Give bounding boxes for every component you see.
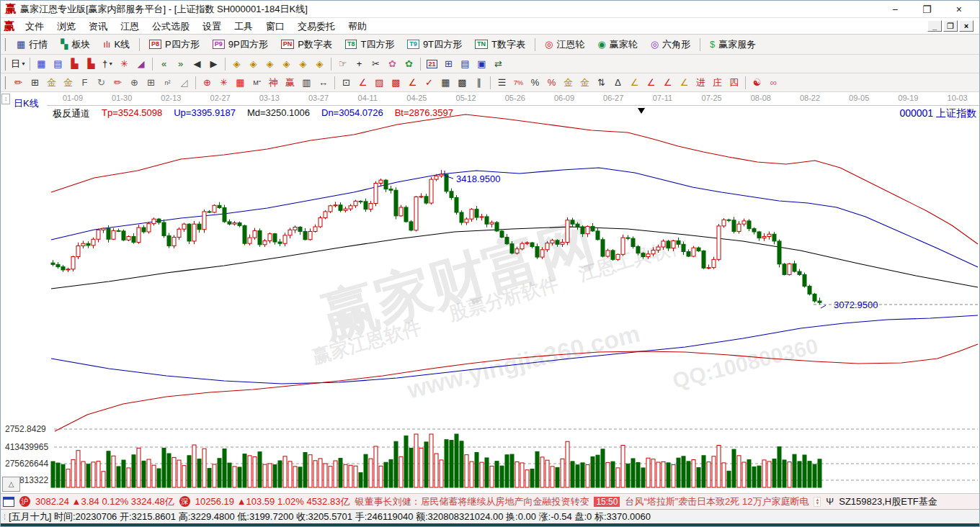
menu-文件[interactable]: 文件 [19,19,50,33]
scissors-tool-icon[interactable]: ✂ [368,56,384,71]
gann-shape-icon[interactable]: ◿ [176,75,192,90]
toolbar-p-number-table-button[interactable]: PNP数字表 [275,36,339,53]
menu-帮助[interactable]: 帮助 [342,19,373,33]
price-ladder-icon[interactable]: ☰ [494,75,510,90]
grid-box-a-icon[interactable]: ▦ [437,75,454,90]
percent-red-icon[interactable]: % [543,75,560,90]
toolbar-sectors-button[interactable]: ▚板块 [54,36,97,53]
yinyang-icon[interactable]: ☯ [749,75,765,90]
kline-period-icon[interactable]: 日▼ [10,56,27,71]
minute-chart-9-icon[interactable]: ▙ [83,56,99,71]
angle-si-icon[interactable]: 四 [726,75,742,90]
spiderweb-icon[interactable]: ✳ [215,75,232,90]
web-tool-green-icon[interactable]: ✿ [401,56,417,71]
ruler-tool-icon[interactable]: ▥ [298,75,315,90]
toolbar-grip[interactable] [4,58,7,71]
menu-浏览[interactable]: 浏览 [50,19,82,33]
crosshair-tool-icon[interactable]: + [351,56,368,71]
child-minimize-icon[interactable]: _ [927,20,942,32]
toolbar-t-number-table-button[interactable]: TNT数字表 [468,36,532,53]
toolbar-winner-wheel-button[interactable]: ◉赢家轮 [591,36,643,53]
toolbar-9t-square-button[interactable]: T99T四方形 [401,36,468,53]
check-line-icon[interactable]: ✓ [421,75,437,90]
diamond-left-icon[interactable]: ◈ [228,56,245,71]
span-measure-icon[interactable]: ↔ [315,75,331,90]
diamond-expand-icon[interactable]: ◈ [311,56,328,71]
angle-l-icon[interactable]: ∠ [643,75,659,90]
percent-plain-icon[interactable]: % [527,75,543,90]
menu-江恩[interactable]: 江恩 [114,19,146,33]
export-icon[interactable]: ⇄ [490,56,507,71]
quote-sheet-icon[interactable]: ▤ [50,56,66,71]
grid-box-b-icon[interactable]: ▩ [454,75,471,90]
menu-设置[interactable]: 设置 [196,19,228,33]
candle-style-icon[interactable]: †▼ [99,56,116,71]
toolbar-gann-wheel-button[interactable]: ◎江恩轮 [538,36,591,53]
angle-gold-b-icon[interactable]: ∠ [676,75,692,90]
news-headline-2[interactable]: 台风“塔拉斯”袭击日本致2死 12万户家庭断电 [625,495,808,508]
toolbar-t-square-button[interactable]: T8T四方形 [339,36,401,53]
toolbar-grip[interactable] [4,76,7,89]
menu-公式选股[interactable]: 公式选股 [146,19,196,33]
pattern-tool-icon[interactable]: ✳ [116,56,133,71]
stock-broadcast-message[interactable]: SZ159823,H股ETF基金 [839,495,937,508]
gold-grid-a-icon[interactable]: 金 [43,75,60,90]
exchange-tool-icon[interactable]: ⇅ [593,75,610,90]
toolbar-winner-service-button[interactable]: $赢家服务 [703,36,762,53]
angle-zhuang-icon[interactable]: 庄 [709,75,726,90]
toolbar-quotes-button[interactable]: ▦行情 [10,36,54,53]
box-tool-icon[interactable]: ⊡ [338,75,355,90]
calculator-icon[interactable]: ⊞ [440,56,457,71]
nav-first-icon[interactable]: « [156,56,172,71]
ying-tool-icon[interactable]: 赢 [282,75,298,90]
parallel-lines-icon[interactable]: ∥ [471,75,487,90]
close-icon[interactable]: × [956,4,962,15]
news-headline-1[interactable]: 银董事长刘健：居民储蓄将继续从房地产向金融投资转变 [355,495,589,508]
menu-资讯[interactable]: 资讯 [82,19,114,33]
diamond-cross-icon[interactable]: ◈ [278,56,295,71]
nav-last-icon[interactable]: » [172,56,189,71]
quote-table-icon[interactable] [3,497,14,507]
fan-grid-icon[interactable]: ▩ [388,75,404,90]
fan-tool-icon[interactable]: ∠ [355,75,371,90]
angle-line-icon[interactable]: ∠ [404,75,421,90]
f-grid-icon[interactable]: F [76,75,93,90]
angle-f-icon[interactable]: ∠ [659,75,676,90]
diamond-horizontal-icon[interactable]: ◈ [262,56,278,71]
grid-tool-icon[interactable]: ⊞ [27,75,43,90]
angle-gold-a-icon[interactable]: ∠ [626,75,643,90]
hatch-grid-icon[interactable]: ⊞ [143,75,159,90]
pen-tool-icon[interactable]: ✏ [10,75,27,90]
color-trend-icon[interactable]: ◢ [133,56,149,71]
panel-expand-button[interactable]: △ [2,477,20,492]
toolbar-kline-button[interactable]: ılıK线 [97,36,136,53]
diamond-vertical-icon[interactable]: ◈ [295,56,311,71]
square-web-icon[interactable]: ▦ [232,75,249,90]
hand-tool-icon[interactable]: ☞ [334,56,351,71]
shenzhen-index-quote[interactable]: 10256.19 ▲103.59 1.02% 4532.83亿 [195,495,350,508]
gold-grid-b-icon[interactable]: 金 [60,75,76,90]
menu-工具[interactable]: 工具 [228,19,259,33]
gann-circle-icon[interactable]: ⊕ [199,75,215,90]
nav-prev-icon[interactable]: ◀ [189,56,205,71]
ticker-scroll-control[interactable]: ▲▼ [814,497,821,507]
fan-box-icon[interactable]: ▨ [371,75,388,90]
restore-icon[interactable]: ❐ [922,4,932,15]
kline-canvas[interactable]: 3418.95003072.9500 [1,92,980,493]
gold-coin-b-icon[interactable]: 金 [576,75,593,90]
calendar-21-icon[interactable]: 21 [424,56,440,71]
window-grid-icon[interactable]: ▦ [33,56,50,71]
gold-coin-a-icon[interactable]: 金 [560,75,576,90]
percent-seven-icon[interactable]: 7% [510,75,527,90]
diamond-right-icon[interactable]: ◈ [245,56,262,71]
save-icon[interactable]: ▣ [473,56,490,71]
red-brush-icon[interactable]: ✏ [110,75,126,90]
menu-窗口[interactable]: 窗口 [259,19,291,33]
menu-交易委托[interactable]: 交易委托 [291,19,342,33]
infinity-icon[interactable]: ∞ [765,75,782,90]
delta-fan-icon[interactable]: ∆ [610,75,626,90]
toolbar-p-square-button[interactable]: P8P四方形 [143,36,206,53]
web-tool-pink-icon[interactable]: ✿ [384,56,401,71]
notebook-icon[interactable]: ▤ [457,56,473,71]
toolbar-grip[interactable] [4,38,7,51]
